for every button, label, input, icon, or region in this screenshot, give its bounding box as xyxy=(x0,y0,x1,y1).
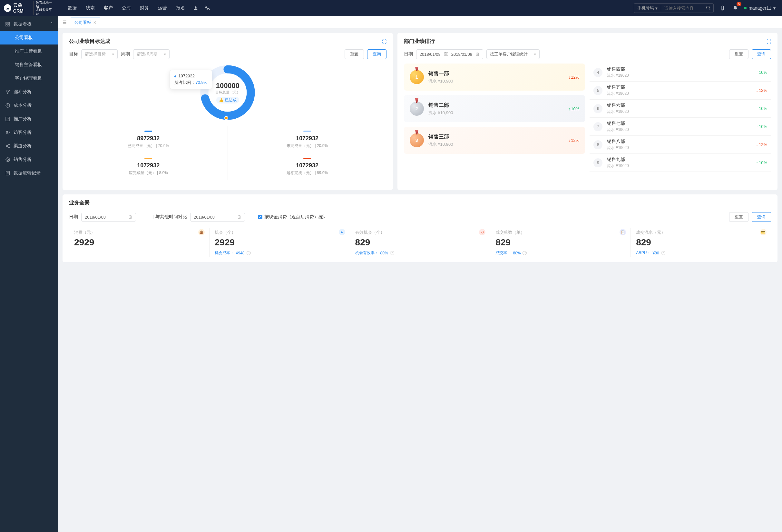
rank-1: 1 销售一部流水 ¥10,900 ↓12% xyxy=(404,64,585,91)
phone-icon[interactable] xyxy=(203,4,211,12)
panel-title: 公司业绩目标达成 xyxy=(69,38,110,45)
reset-button[interactable]: 重置 xyxy=(729,212,748,222)
svg-rect-7 xyxy=(8,25,10,26)
panel-overview: 业务全景 日期 2018/01/08🗓 与其他时间对比 2018/01/08🗓 … xyxy=(63,194,778,262)
collapse-icon[interactable]: ☰ xyxy=(60,19,69,26)
sidebar-item-company[interactable]: 公司看板 xyxy=(0,31,58,44)
filter-target-label: 目标 xyxy=(69,51,78,57)
close-icon[interactable]: ✕ xyxy=(93,20,96,25)
sidebar: 数据看板 ˄ 公司看板 推广主管看板 销售主管看板 客户经理看板 漏斗分析 成本… xyxy=(0,16,58,532)
chevron-down-icon: ▾ xyxy=(534,52,536,57)
chart-icon xyxy=(5,116,10,121)
help-icon[interactable]: ? xyxy=(661,251,665,255)
cash-checkbox[interactable]: ✓按现金消费（返点后消费）统计 xyxy=(258,214,327,220)
logo[interactable]: ☁ 云朵CRM 教育机构一站 式服务云平台 xyxy=(0,1,58,15)
help-icon[interactable]: ? xyxy=(390,251,394,255)
sidebar-item-sales-lead[interactable]: 销售主管看板 xyxy=(0,58,58,72)
svg-rect-4 xyxy=(6,22,7,24)
panel-ranking: 部门业绩排行 ⛶ 日期 2018/01/08 至 2018/01/08 🗓 xyxy=(397,33,778,190)
sidebar-item-flow-log[interactable]: 数据流转记录 xyxy=(0,166,58,180)
chart-tooltip: 1072932 所占比例：70.9% xyxy=(170,70,212,89)
rank-row: 5销售五部流水 ¥19020↓12% xyxy=(590,81,771,100)
sidebar-item-promo-lead[interactable]: 推广主管看板 xyxy=(0,44,58,58)
ranking-list: 4销售四部流水 ¥19020↑10% 5销售五部流水 ¥19020↓12% 6销… xyxy=(590,64,771,172)
user-icon[interactable] xyxy=(191,4,200,12)
query-button[interactable]: 查询 xyxy=(752,212,771,222)
thumb-up-icon: 👍 xyxy=(219,98,224,103)
sidebar-item-funnel[interactable]: 漏斗分析 xyxy=(0,85,58,99)
search-box: 手机号码▾ xyxy=(634,3,714,13)
arrow-up-icon: ↑ xyxy=(568,106,571,111)
select-target[interactable]: 请选择目标▾ xyxy=(81,49,118,59)
search-input[interactable] xyxy=(661,6,703,11)
query-button[interactable]: 查询 xyxy=(367,49,387,59)
sidebar-item-promo[interactable]: 推广分析 xyxy=(0,112,58,126)
select-groupby[interactable]: 按工单客户经理统计▾ xyxy=(487,49,540,59)
stat-expected: 1072932应完成量（元） | 8.9% xyxy=(69,153,227,180)
help-icon[interactable]: ? xyxy=(523,251,527,255)
main: ☰ 公司看板 ✕ 公司业绩目标达成 ⛶ 目标 xyxy=(58,16,782,532)
status-dot xyxy=(744,7,747,9)
date-picker-2[interactable]: 2018/01/08🗓 xyxy=(190,213,245,221)
nav-ops[interactable]: 运营 xyxy=(158,5,167,11)
sidebar-item-channel[interactable]: 渠道分析 xyxy=(0,139,58,153)
user-menu[interactable]: manager11 ▾ xyxy=(744,5,776,11)
sidebar-group-dashboard[interactable]: 数据看板 ˄ xyxy=(0,17,58,31)
donut-status: 👍已达成 xyxy=(216,97,239,104)
nav-customer[interactable]: 客户 xyxy=(104,5,113,11)
filter-date-label: 日期 xyxy=(404,51,413,57)
funnel-icon xyxy=(5,89,10,95)
nav-data[interactable]: 数据 xyxy=(68,5,77,11)
metrics-row: 消费（元） 👜 2929 机会（个） ➤ 2929 机会成本：¥948? 有效机… xyxy=(69,228,771,257)
rank-row: 8销售八部流水 ¥19020↓12% xyxy=(590,136,771,154)
target-icon xyxy=(5,157,10,162)
arrow-up-icon: ↑ xyxy=(756,124,758,129)
metric-deal-count: 成交单数（单） 📋 829 成交率：80%? xyxy=(490,228,631,257)
query-button[interactable]: 查询 xyxy=(752,49,771,59)
search-type-select[interactable]: 手机号码▾ xyxy=(634,5,661,11)
bell-icon[interactable]: 5 xyxy=(731,4,740,12)
date-picker-1[interactable]: 2018/01/08🗓 xyxy=(81,213,136,221)
nav-finance[interactable]: 财务 xyxy=(140,5,149,11)
dashboard-icon xyxy=(5,22,10,27)
compare-checkbox[interactable]: 与其他时间对比 xyxy=(149,214,187,220)
nav-pool[interactable]: 公海 xyxy=(122,5,131,11)
notification-badge: 5 xyxy=(737,2,742,6)
reset-button[interactable]: 重置 xyxy=(729,49,748,59)
share-icon xyxy=(5,143,10,149)
help-icon[interactable]: ? xyxy=(247,251,251,255)
nav-signup[interactable]: 报名 xyxy=(176,5,185,11)
arrow-down-icon: ↓ xyxy=(568,75,571,80)
arrow-up-icon: ↑ xyxy=(756,106,758,111)
expand-icon[interactable]: ⛶ xyxy=(382,39,387,44)
medal-bronze-icon: 3 xyxy=(410,133,424,147)
logo-text: 云朵CRM xyxy=(13,3,32,13)
change-down: ↓12% xyxy=(568,138,579,143)
reset-button[interactable]: 重置 xyxy=(345,49,364,59)
donut-total-label: 目标总量（元） xyxy=(215,90,240,95)
svg-point-12 xyxy=(6,146,7,147)
search-icon[interactable] xyxy=(703,5,713,11)
bag-icon: 👜 xyxy=(198,229,205,235)
ranking-top3: 1 销售一部流水 ¥10,900 ↓12% 2 销售二部流水 ¥10,900 ↑… xyxy=(404,64,585,172)
top-nav: 数据 线索 客户 公海 财务 运营 报名 xyxy=(58,5,185,11)
date-range[interactable]: 2018/01/08 至 2018/01/08 🗓 xyxy=(416,49,483,59)
tab-company-board[interactable]: 公司看板 ✕ xyxy=(71,17,100,28)
sidebar-item-sales[interactable]: 销售分析 xyxy=(0,153,58,166)
select-period[interactable]: 请选择周期▾ xyxy=(133,49,170,59)
panel-title: 业务全景 xyxy=(69,200,90,206)
nav-leads[interactable]: 线索 xyxy=(86,5,95,11)
sidebar-item-account-mgr[interactable]: 客户经理看板 xyxy=(0,72,58,85)
metric-opportunity: 机会（个） ➤ 2929 机会成本：¥948? xyxy=(210,228,350,257)
expand-icon[interactable]: ⛶ xyxy=(767,39,771,44)
stat-completed: 8972932已完成量（元） | 70.9% xyxy=(69,126,227,153)
cloud-icon: ☁ xyxy=(4,4,11,12)
arrow-down-icon: ↓ xyxy=(756,88,758,93)
chevron-down-icon: ▾ xyxy=(112,52,114,57)
change-down: ↓12% xyxy=(568,75,579,80)
sidebar-item-visitor[interactable]: 访客分析 xyxy=(0,126,58,139)
device-icon[interactable] xyxy=(718,4,726,12)
metric-deal-flow: 成交流水（元） 💳 829 ARPU：¥80? xyxy=(631,228,771,257)
rank-3: 3 销售三部流水 ¥10,900 ↓12% xyxy=(404,127,585,154)
sidebar-item-cost[interactable]: 成本分析 xyxy=(0,99,58,112)
